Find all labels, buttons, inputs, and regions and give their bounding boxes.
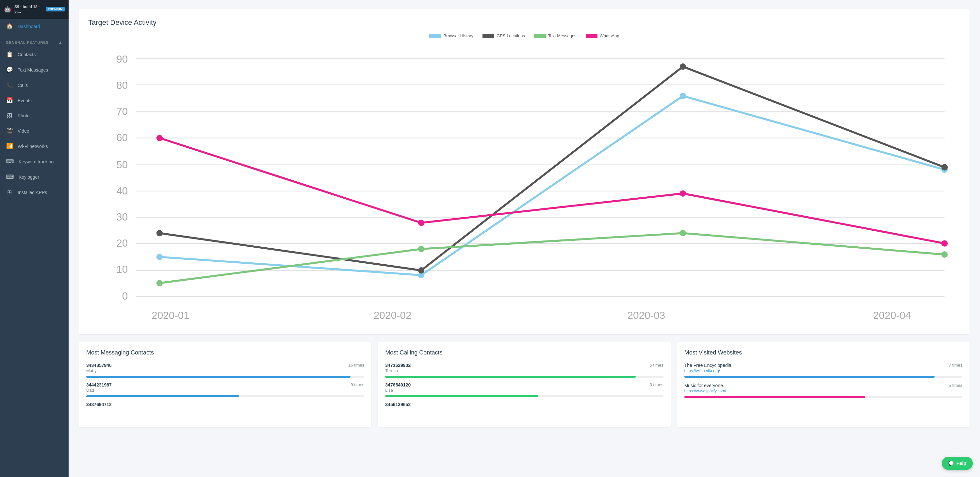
- svg-text:70: 70: [116, 105, 128, 117]
- contacts-icon: 📋: [6, 51, 13, 58]
- line-text-messages: [159, 233, 944, 283]
- messaging-number-1: 3434857946: [86, 363, 112, 368]
- sidebar-label-keylogger: Keylogger: [19, 175, 39, 180]
- keyword-icon: ⌨: [6, 158, 14, 165]
- premium-badge: PREMIUM: [46, 7, 65, 11]
- sidebar-label-text-messages: Text Messages: [18, 67, 48, 73]
- most-messaging-title: Most Messaging Contacts: [86, 349, 364, 356]
- most-calling-card: Most Calling Contacts 3471629902 Teresa …: [378, 342, 670, 427]
- svg-text:30: 30: [116, 211, 128, 223]
- sidebar-item-keylogger[interactable]: ⌨ Keylogger: [0, 169, 68, 184]
- svg-text:0: 0: [122, 290, 128, 302]
- calling-contact-2: 3476549120 Lisa 3 times: [385, 382, 663, 397]
- most-visited-title: Most Visited Websites: [684, 349, 963, 356]
- svg-point-28: [156, 230, 163, 236]
- video-icon: 🎬: [6, 127, 13, 134]
- svg-text:60: 60: [116, 132, 128, 143]
- messaging-name-2: Dad: [86, 388, 112, 393]
- calling-number-3: 3456139652: [385, 402, 410, 407]
- sidebar-item-dashboard[interactable]: 🏠 Dashboard: [0, 19, 68, 34]
- messaging-contact-3: 3487694712: [86, 402, 364, 407]
- legend-browser-history: Browser History: [429, 33, 473, 38]
- sidebar-header: 🤖 S9 - build 18 - 5.... PREMIUM: [0, 0, 68, 19]
- messaging-number-2: 3444231987: [86, 382, 112, 388]
- messaging-number-3: 3487694712: [86, 402, 112, 407]
- svg-point-26: [680, 93, 686, 99]
- svg-point-33: [418, 246, 424, 252]
- website-2: Music for everyone. https://www.spotify.…: [684, 383, 963, 398]
- svg-point-35: [942, 251, 948, 258]
- svg-text:80: 80: [116, 80, 128, 91]
- svg-point-39: [942, 240, 948, 246]
- svg-text:40: 40: [116, 185, 128, 197]
- sidebar-item-text-messages[interactable]: 💬 Text Messages: [0, 62, 68, 78]
- cards-row: Most Messaging Contacts 3434857946 Matty…: [79, 342, 970, 427]
- device-label: S9 - build 18 - 5....: [14, 5, 43, 14]
- sidebar-item-video[interactable]: 🎬 Video: [0, 123, 68, 138]
- sidebar: 🤖 S9 - build 18 - 5.... PREMIUM 🏠 Dashbo…: [0, 0, 68, 477]
- calling-name-1: Teresa: [385, 368, 410, 373]
- calling-contact-1: 3471629902 Teresa 5 times: [385, 363, 663, 378]
- svg-point-34: [680, 230, 686, 236]
- sidebar-label-photo: Photo: [18, 113, 30, 118]
- keylogger-icon: ⌨: [6, 173, 14, 180]
- text-messages-icon: 💬: [6, 66, 13, 73]
- legend-text-messages: Text Messages: [534, 33, 577, 38]
- line-gps-locations: [159, 67, 944, 270]
- svg-text:2020-03: 2020-03: [627, 309, 665, 321]
- sidebar-item-photo[interactable]: 🖼 Photo: [0, 108, 68, 123]
- website-url-1[interactable]: https://wikipedia.org/: [684, 369, 732, 373]
- sidebar-label-installed-apps: Installed APPs: [18, 190, 47, 195]
- legend-color-gps: [482, 33, 494, 38]
- sidebar-label-events: Events: [18, 98, 32, 103]
- svg-point-32: [156, 280, 163, 286]
- sidebar-label-keyword-tracking: Keyword tracking: [19, 159, 54, 164]
- legend-color-browser: [429, 33, 441, 38]
- chart-svg: 0 10 20 30 40 50 60 70: [88, 43, 960, 328]
- chart-legend: Browser History GPS Locations Text Messa…: [88, 33, 960, 38]
- help-button[interactable]: 💬 Help: [942, 457, 973, 470]
- sidebar-label-calls: Calls: [18, 83, 28, 88]
- legend-gps-locations: GPS Locations: [482, 33, 525, 38]
- events-icon: 📅: [6, 97, 13, 104]
- general-features-section: GENERAL FEATURES ▲: [0, 34, 68, 47]
- website-url-2[interactable]: https://www.spotify.com/: [684, 389, 726, 393]
- website-times-1: 7 times: [949, 363, 963, 367]
- website-title-2: Music for everyone.: [684, 383, 726, 388]
- svg-point-31: [942, 164, 948, 170]
- chevron-up-icon: ▲: [58, 40, 63, 45]
- website-title-1: The Free Encyclopedia: [684, 363, 732, 368]
- svg-text:50: 50: [116, 159, 128, 170]
- help-icon: 💬: [948, 461, 954, 466]
- chart-title: Target Device Activity: [88, 18, 960, 27]
- svg-text:2020-01: 2020-01: [151, 309, 189, 321]
- svg-text:2020-02: 2020-02: [374, 309, 412, 321]
- legend-color-whatsapp: [586, 33, 598, 38]
- sidebar-item-keyword-tracking[interactable]: ⌨ Keyword tracking: [0, 154, 68, 169]
- sidebar-item-calls[interactable]: 📞 Calls: [0, 78, 68, 93]
- messaging-contact-1: 3434857946 Matty 16 times: [86, 363, 364, 378]
- messaging-name-1: Matty: [86, 368, 112, 373]
- most-calling-title: Most Calling Contacts: [385, 349, 663, 356]
- calling-times-2: 3 times: [650, 382, 663, 387]
- messaging-times-1: 16 times: [348, 363, 364, 367]
- messaging-times-2: 9 times: [350, 382, 364, 387]
- sidebar-item-events[interactable]: 📅 Events: [0, 93, 68, 108]
- sidebar-item-wifi-networks[interactable]: 📶 Wi-Fi networks: [0, 138, 68, 154]
- calling-name-2: Lisa: [385, 388, 410, 393]
- svg-text:90: 90: [116, 53, 128, 65]
- photo-icon: 🖼: [6, 112, 13, 119]
- messaging-contact-2: 3444231987 Dad 9 times: [86, 382, 364, 397]
- legend-label-whatsapp: WhatsApp: [600, 33, 619, 38]
- sidebar-item-installed-apps[interactable]: ⊞ Installed APPs: [0, 184, 68, 200]
- help-label: Help: [956, 461, 966, 466]
- legend-label-gps: GPS Locations: [496, 33, 525, 38]
- svg-point-24: [156, 254, 163, 260]
- legend-color-text: [534, 33, 546, 38]
- main-content: Target Device Activity Browser History G…: [68, 0, 980, 477]
- svg-point-38: [680, 190, 686, 196]
- y-axis: 0 10 20 30 40 50 60 70: [116, 53, 944, 302]
- sidebar-item-contacts[interactable]: 📋 Contacts: [0, 47, 68, 62]
- svg-point-30: [680, 64, 686, 70]
- legend-label-text: Text Messages: [548, 33, 577, 38]
